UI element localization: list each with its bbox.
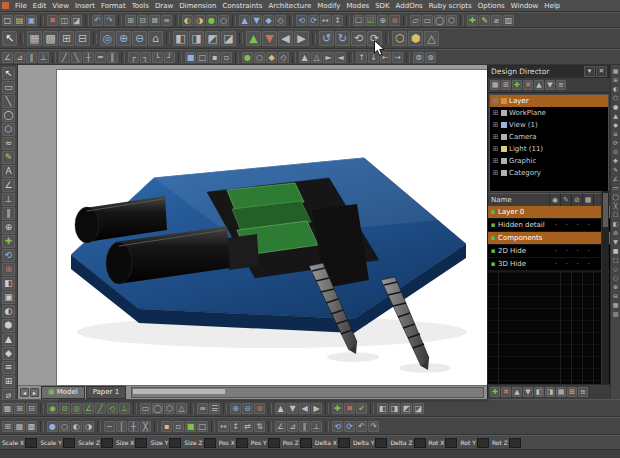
tool-icon[interactable]: ⟲ (296, 15, 307, 26)
layer-flag[interactable]: · (572, 247, 583, 255)
tree-item[interactable]: ⊞Layer (490, 95, 608, 107)
tool-icon[interactable]: ⊥ (311, 421, 322, 432)
tool-icon[interactable]: ▲ (2, 333, 15, 346)
tool-icon[interactable]: ✚ (467, 15, 478, 26)
tool-icon[interactable]: ▼ (262, 31, 277, 46)
layer-flag[interactable]: · (583, 260, 594, 268)
tool-icon[interactable]: ✎ (479, 15, 490, 26)
tool-icon[interactable]: ▲ (275, 403, 286, 414)
tool-icon[interactable]: ≡ (556, 80, 566, 90)
tool-icon[interactable]: ↕ (230, 421, 241, 432)
tool-icon[interactable]: ✚ (490, 387, 500, 397)
tool-icon[interactable]: ⬢ (2, 319, 15, 332)
layer-flag[interactable]: · (550, 208, 561, 216)
tool-icon[interactable]: ┼ (128, 421, 139, 432)
layer-flag[interactable]: · (583, 208, 594, 216)
tool-icon[interactable]: ╱ (95, 403, 106, 414)
tool-icon[interactable]: ↺ (319, 31, 334, 46)
tool-icon[interactable]: ◐ (2, 305, 15, 318)
layers-column-icon[interactable]: ▦ (583, 194, 594, 206)
tool-icon[interactable]: ☐ (612, 211, 620, 219)
expander-icon[interactable]: ⊞ (492, 109, 499, 117)
tool-icon[interactable]: ◎ (71, 403, 82, 414)
tool-icon[interactable]: ⇄ (242, 421, 253, 432)
tool-icon[interactable]: ┐ (140, 52, 151, 63)
tree-item[interactable]: ⊞Light (11) (490, 143, 608, 155)
tool-icon[interactable]: ▭ (2, 81, 15, 94)
status-field-value[interactable] (25, 438, 37, 448)
status-field-value[interactable] (338, 438, 350, 448)
tool-icon[interactable]: ⊟ (137, 15, 148, 26)
tree-item[interactable]: ⊞Category (490, 167, 608, 179)
tool-icon[interactable]: ● (206, 15, 217, 26)
tool-icon[interactable]: ⌂ (148, 31, 163, 46)
tool-icon[interactable]: ⌀ (2, 389, 15, 399)
tool-icon[interactable]: ⊖ (612, 292, 620, 300)
layer-flag[interactable]: · (583, 221, 594, 229)
tool-icon[interactable]: ◆ (266, 52, 277, 63)
tool-icon[interactable]: ∠ (83, 403, 94, 414)
menu-item-constraints[interactable]: Constraints (219, 2, 265, 10)
tool-icon[interactable]: ⊟ (75, 31, 90, 46)
expander-icon[interactable]: ⊞ (492, 157, 499, 165)
tool-icon[interactable]: ⬡ (612, 94, 620, 102)
tool-icon[interactable]: ▫ (173, 421, 184, 432)
tool-icon[interactable]: ■ (185, 421, 196, 432)
menu-item-addons[interactable]: AddOns (393, 2, 426, 10)
tool-icon[interactable]: ◯ (2, 109, 15, 122)
tool-icon[interactable]: ∥ (299, 421, 310, 432)
tool-icon[interactable]: ✚ (612, 157, 620, 165)
tool-icon[interactable]: ▲ (534, 80, 544, 90)
menu-item-insert[interactable]: Insert (72, 2, 98, 10)
tool-icon[interactable]: ◪ (71, 15, 82, 26)
menu-item-architecture[interactable]: Architecture (265, 2, 314, 10)
tool-icon[interactable]: ◂ (20, 388, 29, 397)
menu-item-view[interactable]: View (49, 2, 72, 10)
tool-icon[interactable]: ⊚ (612, 229, 620, 237)
tool-icon[interactable]: ▼ (612, 238, 620, 246)
status-field-value[interactable] (509, 438, 521, 448)
layer-flag[interactable]: · (572, 260, 583, 268)
layer-row[interactable]: ▪Hidden detail···· (488, 219, 610, 232)
tool-icon[interactable]: ╲ (2, 95, 15, 108)
menu-item-modify[interactable]: Modify (314, 2, 343, 10)
tool-icon[interactable]: ┌ (128, 52, 139, 63)
tool-icon[interactable]: ▨ (503, 15, 514, 26)
status-field-value[interactable] (63, 438, 75, 448)
tool-icon[interactable]: ✚ (2, 235, 15, 248)
layer-flag[interactable]: · (550, 247, 561, 255)
tool-icon[interactable]: ◎ (100, 31, 115, 46)
tool-icon[interactable]: ▦ (612, 67, 620, 75)
tool-icon[interactable]: ◑ (83, 421, 94, 432)
tool-icon[interactable]: ▱ (410, 15, 421, 26)
menu-item-format[interactable]: Format (98, 2, 129, 10)
tool-icon[interactable]: ▫ (221, 52, 232, 63)
tool-icon[interactable]: ▦ (14, 421, 25, 432)
horizontal-scrollbar[interactable] (131, 387, 484, 398)
layer-row[interactable]: ▪Layer 0···· (488, 206, 610, 219)
tool-icon[interactable]: ▩ (43, 31, 58, 46)
tool-icon[interactable]: ⟳ (367, 31, 382, 46)
tool-icon[interactable]: ⟳ (612, 139, 620, 147)
status-field-value[interactable] (169, 438, 181, 448)
viewport-3d[interactable] (56, 69, 488, 398)
layer-flag[interactable]: · (583, 234, 594, 242)
tool-icon[interactable]: ↓ (368, 52, 379, 63)
tool-icon[interactable]: ⊞ (2, 375, 15, 388)
tool-icon[interactable]: ▶ (311, 403, 322, 414)
tool-icon[interactable]: ⟳ (308, 15, 319, 26)
tool-icon[interactable]: ↑ (356, 52, 367, 63)
tool-icon[interactable]: ○ (254, 52, 265, 63)
status-field-value[interactable] (236, 438, 248, 448)
tool-icon[interactable]: ⊥ (2, 193, 15, 206)
tool-icon[interactable]: ▼ (287, 403, 298, 414)
layer-flag[interactable]: · (561, 247, 572, 255)
tab-model[interactable]: ▣ Model (41, 386, 85, 399)
tool-icon[interactable]: ◩ (205, 31, 220, 46)
tool-icon[interactable]: ▩ (26, 421, 37, 432)
layer-flag[interactable]: · (572, 234, 583, 242)
tool-icon[interactable]: ⟲ (351, 31, 366, 46)
menu-item-tools[interactable]: Tools (129, 2, 152, 10)
tool-icon[interactable]: ▦ (556, 387, 566, 397)
panel-vertical-scrollbar-thumb[interactable] (603, 193, 608, 227)
